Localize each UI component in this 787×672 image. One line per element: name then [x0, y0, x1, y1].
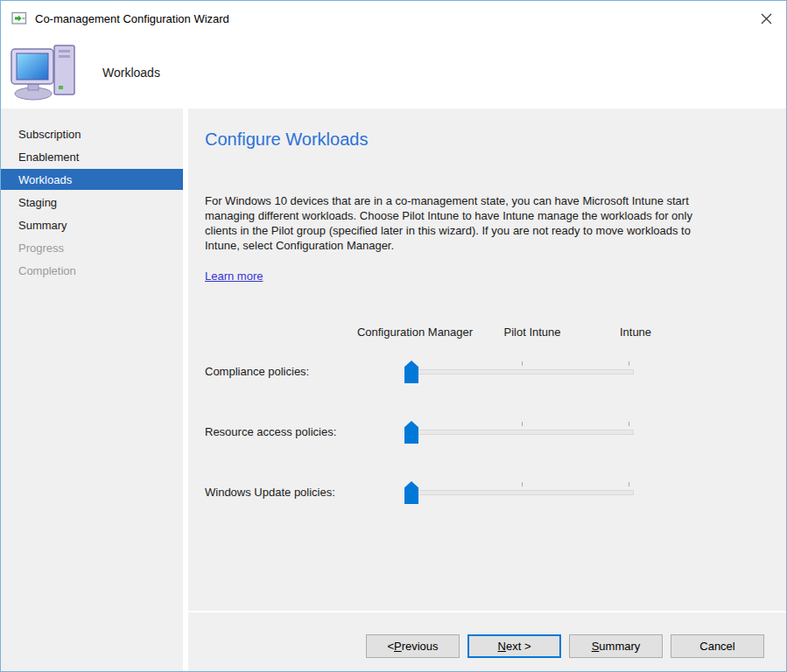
page-label: Workloads [102, 66, 160, 80]
slider-tick [629, 482, 629, 486]
slider-tick [629, 361, 629, 366]
close-icon [761, 13, 772, 24]
slider-row-compliance-policies: Compliance policies: [188, 354, 786, 389]
column-pilot-intune: Pilot Intune [503, 326, 560, 339]
slider-label: Windows Update policies: [205, 475, 335, 510]
resource-access-policies-slider-thumb[interactable] [404, 421, 418, 444]
windows-update-policies-slider-thumb[interactable] [404, 481, 418, 504]
slider-tick [522, 361, 523, 366]
wizard-header: Workloads [1, 36, 786, 108]
title-bar: Co-management Configuration Wizard [1, 1, 786, 36]
wizard-window-icon [11, 11, 27, 25]
sidebar-item-workloads[interactable]: Workloads [1, 169, 183, 190]
computer-icon [10, 44, 83, 102]
slider-label: Compliance policies: [205, 354, 309, 389]
summary-button[interactable]: Summary [569, 634, 663, 658]
slider-column-headers: Configuration Manager Pilot Intune Intun… [188, 326, 786, 340]
column-configuration-manager: Configuration Manager [357, 326, 473, 339]
resource-access-policies-slider-track[interactable] [408, 430, 634, 435]
sidebar-item-progress: Progress [1, 237, 183, 258]
sidebar-item-completion: Completion [1, 260, 183, 281]
next-button[interactable]: Next > [467, 634, 561, 658]
previous-button[interactable]: < Previous [366, 634, 460, 658]
cancel-button[interactable]: Cancel [671, 634, 764, 658]
slider-row-windows-update-policies: Windows Update policies: [188, 475, 786, 510]
sidebar-item-summary[interactable]: Summary [1, 214, 183, 235]
slider-tick [522, 482, 523, 486]
windows-update-policies-slider-track[interactable] [408, 490, 634, 495]
close-button[interactable] [747, 1, 786, 36]
description-text: For Windows 10 devices that are in a co-… [205, 193, 720, 253]
sidebar-item-staging[interactable]: Staging [1, 192, 183, 213]
window-title: Co-management Configuration Wizard [35, 12, 229, 25]
slider-label: Resource access policies: [205, 415, 336, 450]
footer-buttons: < Previous Next > Summary Cancel [366, 634, 764, 658]
content-pane: Configure Workloads For Windows 10 devic… [188, 108, 786, 671]
compliance-policies-slider-track[interactable] [408, 369, 634, 374]
compliance-policies-slider-thumb[interactable] [404, 360, 418, 383]
wizard-steps-sidebar: Subscription Enablement Workloads Stagin… [1, 108, 183, 671]
wizard-window: Co-management Configuration Wizard [0, 0, 787, 672]
footer-divider [188, 611, 786, 612]
page-heading: Configure Workloads [205, 130, 368, 150]
slider-tick [629, 422, 629, 426]
sidebar-item-subscription[interactable]: Subscription [1, 123, 183, 144]
learn-more-link[interactable]: Learn more [205, 270, 263, 283]
column-intune: Intune [620, 326, 651, 339]
slider-row-resource-access-policies: Resource access policies: [188, 415, 786, 450]
main-area: Subscription Enablement Workloads Stagin… [1, 108, 786, 671]
slider-tick [522, 422, 523, 426]
sidebar-item-enablement[interactable]: Enablement [1, 146, 183, 167]
